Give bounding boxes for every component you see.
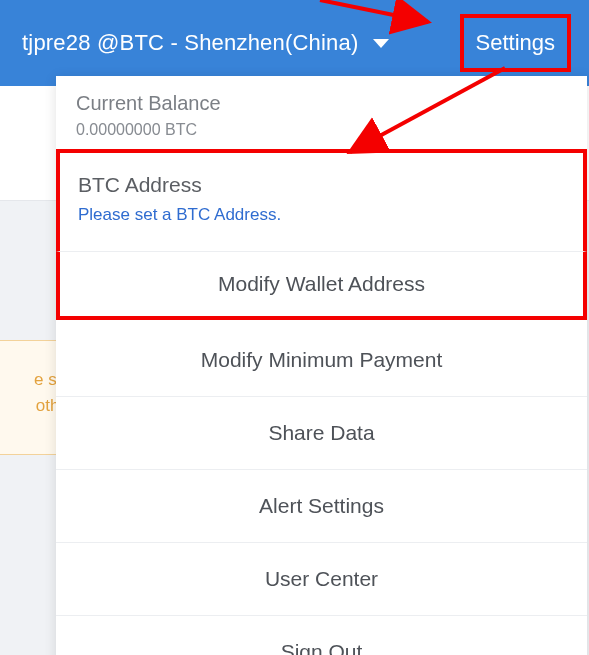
menu-sign-out[interactable]: Sign Out [56,615,587,655]
menu-alert-settings[interactable]: Alert Settings [56,469,587,542]
settings-dropdown: Current Balance 0.00000000 BTC BTC Addre… [56,76,587,655]
top-bar: tjpre28 @BTC - Shenzhen(China) Settings [0,0,589,86]
btc-address-block: BTC Address Please set a BTC Address. [56,149,587,251]
chevron-down-icon [372,30,390,56]
menu-share-data[interactable]: Share Data [56,396,587,469]
balance-value: 0.00000000 BTC [76,121,567,139]
balance-label: Current Balance [76,92,567,115]
account-label: tjpre28 @BTC - Shenzhen(China) [22,30,358,56]
menu-user-center[interactable]: User Center [56,542,587,615]
settings-label: Settings [476,30,556,55]
balance-block: Current Balance 0.00000000 BTC [56,76,587,149]
settings-button[interactable]: Settings [460,14,572,72]
menu-modify-wallet-address[interactable]: Modify Wallet Address [56,251,587,320]
menu-modify-minimum-payment[interactable]: Modify Minimum Payment [56,320,587,396]
account-selector[interactable]: tjpre28 @BTC - Shenzhen(China) [22,30,460,56]
address-prompt-link[interactable]: Please set a BTC Address. [78,205,565,225]
address-label: BTC Address [78,173,565,197]
